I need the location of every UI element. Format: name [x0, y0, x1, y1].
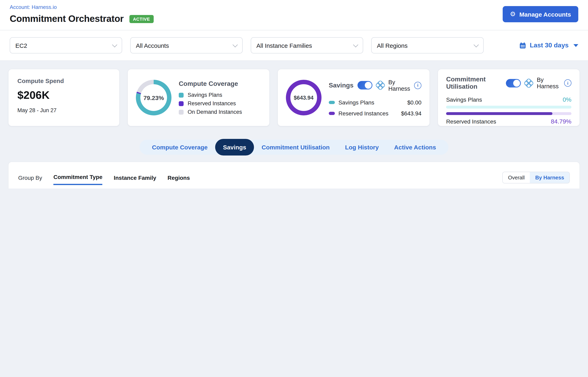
chevron-down-icon [233, 42, 238, 47]
view-toggle: Overall By Harness [502, 172, 570, 183]
legend-label: Reserved Instances [188, 100, 236, 106]
by-harness-toggle[interactable] [357, 81, 372, 90]
commitment-utilisation-title: Commitment Utilisation [446, 76, 502, 90]
tab-savings[interactable]: Savings [215, 139, 254, 155]
instance-families-filter-select[interactable]: All Instance Families [251, 37, 363, 53]
reserved-instances-swatch [329, 112, 335, 115]
row-label: Reserved Instances [338, 110, 388, 117]
savings-plans-progress-bar [446, 106, 571, 108]
harness-logo-icon [523, 78, 534, 88]
savings-plans-percent: 0% [563, 96, 571, 103]
by-harness-toggle[interactable] [506, 79, 521, 87]
date-range-picker[interactable]: Last 30 days [519, 42, 578, 49]
savings-title: Savings [329, 82, 354, 89]
savings-donut-chart: $643.94 [286, 80, 322, 115]
chevron-down-icon [112, 42, 117, 47]
info-icon[interactable] [414, 82, 422, 89]
row-value: $643.94 [401, 110, 422, 117]
compute-spend-title: Compute Spend [17, 77, 111, 84]
service-filter-value: EC2 [15, 42, 27, 49]
savings-total: $643.94 [294, 94, 314, 101]
commitment-orchestrator-page: Account: Harness.io Commitment Orchestra… [0, 0, 588, 188]
caret-down-icon [573, 44, 578, 47]
compute-coverage-card: 79.23% Compute Coverage Savings Plans Re… [127, 69, 270, 126]
compute-coverage-title: Compute Coverage [179, 80, 242, 87]
section-tabs: Compute Coverage Savings Commitment Util… [0, 140, 588, 155]
date-range-label: Last 30 days [530, 42, 569, 49]
legend-item: On Demand Instances [179, 109, 242, 115]
reserved-instances-row: Reserved Instances $643.94 [329, 110, 422, 117]
regions-filter-select[interactable]: All Regions [371, 37, 484, 53]
by-harness-label: By Harness [537, 77, 560, 90]
chevron-down-icon [353, 42, 358, 47]
row-label: Savings Plans [338, 99, 374, 106]
instance-families-filter-value: All Instance Families [256, 42, 312, 49]
row-value: $0.00 [407, 99, 422, 106]
manage-accounts-button[interactable]: ⚙ Manage Accounts [503, 6, 578, 22]
account-breadcrumb-link[interactable]: Account: Harness.io [10, 4, 578, 10]
tab-commitment-utilisation[interactable]: Commitment Utilisation [254, 144, 337, 151]
compute-spend-card: Compute Spend $206K May 28 - Jun 27 [8, 69, 120, 126]
page-header: Account: Harness.io Commitment Orchestra… [0, 0, 588, 30]
service-filter-select[interactable]: EC2 [10, 37, 122, 53]
regions-filter-value: All Regions [377, 42, 408, 49]
reserved-instances-swatch [179, 101, 184, 106]
group-by-regions[interactable]: Regions [168, 174, 190, 184]
commitment-utilisation-card: Commitment Utilisation By Harness Saving… [438, 69, 580, 126]
savings-plans-swatch [179, 93, 184, 97]
status-badge: ACTIVE [129, 15, 154, 23]
view-toggle-overall[interactable]: Overall [503, 172, 530, 183]
group-by-instance-family[interactable]: Instance Family [114, 174, 156, 184]
coverage-percentage: 79.23% [143, 94, 164, 101]
group-by-commitment-type[interactable]: Commitment Type [53, 174, 102, 185]
accounts-filter-value: All Accounts [136, 42, 169, 49]
legend-label: Savings Plans [188, 92, 222, 98]
savings-plans-label: Savings Plans [446, 96, 482, 103]
on-demand-swatch [179, 109, 184, 114]
group-by-label: Group By [18, 174, 42, 181]
chevron-down-icon [474, 42, 479, 47]
savings-panel: Group By Commitment Type Instance Family… [8, 162, 580, 188]
kpi-cards-row: Compute Spend $206K May 28 - Jun 27 79.2… [0, 61, 588, 134]
reserved-instances-progress-bar [446, 112, 571, 115]
legend-item: Savings Plans [179, 92, 242, 98]
tab-active-actions[interactable]: Active Actions [386, 144, 444, 151]
info-icon[interactable] [564, 79, 571, 87]
savings-card: $643.94 Savings By Harness Savings Plans… [277, 69, 430, 126]
page-title: Commitment Orchestrator [10, 13, 123, 24]
tab-compute-coverage[interactable]: Compute Coverage [144, 144, 215, 151]
accounts-filter-select[interactable]: All Accounts [130, 37, 243, 53]
legend-label: On Demand Instances [188, 109, 242, 115]
view-toggle-by-harness[interactable]: By Harness [530, 172, 569, 183]
coverage-donut-chart: 79.23% [136, 80, 171, 115]
legend-item: Reserved Instances [179, 100, 242, 106]
reserved-instances-percent: 84.79% [551, 118, 571, 125]
gear-icon: ⚙ [510, 11, 516, 17]
compute-spend-value: $206K [17, 89, 111, 102]
filter-bar: EC2 All Accounts All Instance Families A… [0, 30, 588, 61]
harness-logo-icon [375, 80, 386, 91]
reserved-instances-label: Reserved Instances [446, 118, 496, 125]
tab-log-history[interactable]: Log History [337, 144, 386, 151]
savings-plans-swatch [329, 101, 335, 104]
calendar-icon [519, 42, 526, 49]
compute-spend-period: May 28 - Jun 27 [17, 107, 111, 113]
savings-plans-row: Savings Plans $0.00 [329, 99, 422, 106]
reserved-instances-progress-fill [446, 112, 552, 115]
manage-accounts-label: Manage Accounts [519, 11, 571, 18]
by-harness-label: By Harness [388, 79, 410, 92]
